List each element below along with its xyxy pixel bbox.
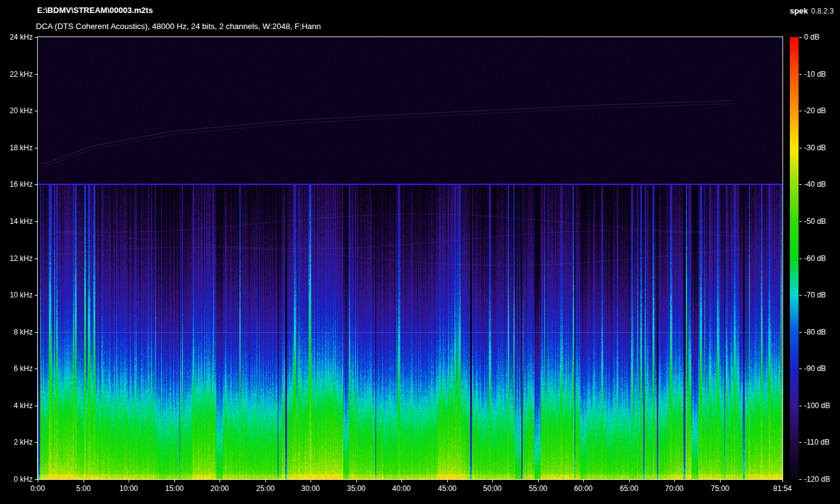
db-tick-mark — [799, 148, 802, 148]
time-tick-label: 0:00 — [19, 484, 57, 493]
db-tick-label: -30 dB — [804, 143, 840, 153]
freq-tick-mark — [35, 221, 38, 222]
time-tick-mark — [129, 480, 129, 482]
time-tick-mark — [583, 480, 584, 482]
db-colorbar — [790, 37, 799, 479]
freq-tick-label: 14 kHz — [0, 216, 33, 226]
db-tick-mark — [799, 111, 802, 111]
db-tick-label: -80 dB — [804, 327, 840, 337]
freq-tick-mark — [35, 369, 38, 369]
db-tick-mark — [799, 221, 802, 222]
db-tick-label: -60 dB — [804, 254, 840, 263]
db-tick-mark — [799, 295, 802, 296]
time-tick-label: 75:00 — [701, 484, 739, 493]
db-tick-label: -50 dB — [804, 216, 840, 226]
freq-tick-mark — [35, 184, 38, 185]
duration-label: 81:54 — [763, 484, 802, 493]
time-tick-label: 60:00 — [564, 484, 602, 493]
db-tick-mark — [799, 258, 802, 259]
db-tick-label: -120 dB — [804, 474, 840, 484]
freq-tick-label: 0 kHz — [0, 474, 33, 484]
spek-window: E:\BDMV\STREAM\00003.m2ts DCA (DTS Coher… — [0, 0, 840, 504]
db-tick-mark — [799, 74, 802, 75]
app-version: 0.8.2.3 — [811, 7, 834, 15]
db-tick-label: -110 dB — [804, 437, 840, 447]
time-tick-label: 5:00 — [64, 484, 103, 493]
db-tick-mark — [799, 406, 802, 406]
time-tick-mark — [38, 480, 38, 482]
audio-info-subtitle: DCA (DTS Coherent Acoustics), 48000 Hz, … — [36, 22, 321, 31]
freq-tick-mark — [35, 111, 38, 111]
app-name: spek — [790, 6, 808, 15]
time-tick-label: 25:00 — [246, 484, 285, 493]
time-tick-label: 15:00 — [155, 484, 194, 493]
freq-tick-mark — [35, 406, 38, 406]
db-tick-label: -10 dB — [804, 69, 840, 79]
time-tick-mark — [492, 480, 493, 482]
spectrogram-canvas — [38, 37, 782, 479]
time-tick-mark — [401, 480, 402, 482]
time-tick-label: 30:00 — [291, 484, 330, 493]
db-tick-label: 0 dB — [804, 32, 840, 42]
time-tick-mark — [447, 480, 448, 482]
time-tick-mark — [538, 480, 539, 482]
freq-tick-mark — [35, 37, 38, 38]
freq-tick-mark — [35, 258, 38, 259]
time-tick-label: 70:00 — [655, 484, 693, 493]
freq-tick-label: 22 kHz — [0, 69, 33, 79]
db-tick-label: -90 dB — [804, 364, 840, 374]
db-tick-mark — [799, 479, 802, 480]
db-tick-label: -70 dB — [804, 290, 840, 300]
db-tick-mark — [799, 184, 802, 185]
freq-tick-label: 8 kHz — [0, 327, 33, 337]
time-tick-label: 50:00 — [473, 484, 512, 493]
time-tick-label: 20:00 — [200, 484, 239, 493]
freq-tick-label: 4 kHz — [0, 401, 33, 411]
time-tick-label: 35:00 — [337, 484, 375, 493]
time-tick-mark — [220, 480, 220, 482]
freq-tick-label: 6 kHz — [0, 364, 33, 374]
spectrogram-plot — [37, 36, 783, 480]
freq-tick-mark — [35, 332, 38, 333]
freq-tick-label: 18 kHz — [0, 143, 33, 153]
time-tick-mark — [720, 480, 721, 482]
time-tick-mark — [174, 480, 175, 482]
time-tick-mark — [674, 480, 675, 482]
time-tick-label: 45:00 — [428, 484, 466, 493]
freq-tick-mark — [35, 148, 38, 148]
db-tick-label: -40 dB — [804, 179, 840, 189]
freq-tick-label: 2 kHz — [0, 437, 33, 447]
time-tick-mark — [629, 480, 630, 482]
freq-tick-label: 24 kHz — [0, 32, 33, 42]
freq-tick-mark — [35, 442, 38, 443]
time-tick-label: 55:00 — [519, 484, 557, 493]
file-path-title: E:\BDMV\STREAM\00003.m2ts — [37, 6, 153, 15]
db-tick-label: -20 dB — [804, 106, 840, 116]
freq-tick-label: 12 kHz — [0, 254, 33, 263]
time-tick-mark — [311, 480, 311, 482]
db-tick-mark — [799, 442, 802, 443]
time-tick-mark — [84, 480, 84, 482]
db-tick-mark — [799, 332, 802, 333]
db-tick-mark — [799, 369, 802, 369]
freq-tick-label: 10 kHz — [0, 290, 33, 300]
freq-tick-label: 16 kHz — [0, 179, 33, 189]
time-tick-label: 65:00 — [610, 484, 648, 493]
time-tick-label: 40:00 — [382, 484, 421, 493]
freq-tick-mark — [35, 295, 38, 296]
freq-tick-mark — [35, 74, 38, 75]
db-tick-mark — [799, 37, 802, 38]
time-tick-label: 10:00 — [109, 484, 148, 493]
db-tick-label: -100 dB — [804, 401, 840, 411]
time-tick-mark — [265, 480, 266, 482]
app-brand: spek0.8.2.3 — [790, 6, 834, 15]
freq-tick-label: 20 kHz — [0, 106, 33, 116]
time-tick-mark — [356, 480, 357, 482]
time-end-tick-mark — [782, 480, 783, 482]
